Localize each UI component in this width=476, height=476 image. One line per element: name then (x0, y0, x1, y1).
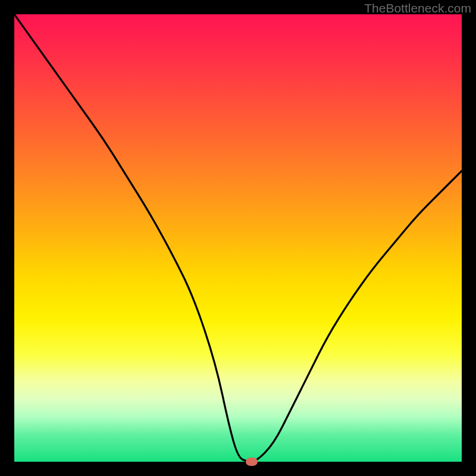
chart-container: TheBottleneck.com (0, 0, 476, 476)
watermark-text: TheBottleneck.com (364, 1, 471, 15)
optimal-point-marker (246, 458, 258, 466)
bottleneck-curve (14, 14, 462, 462)
plot-area (14, 14, 462, 462)
